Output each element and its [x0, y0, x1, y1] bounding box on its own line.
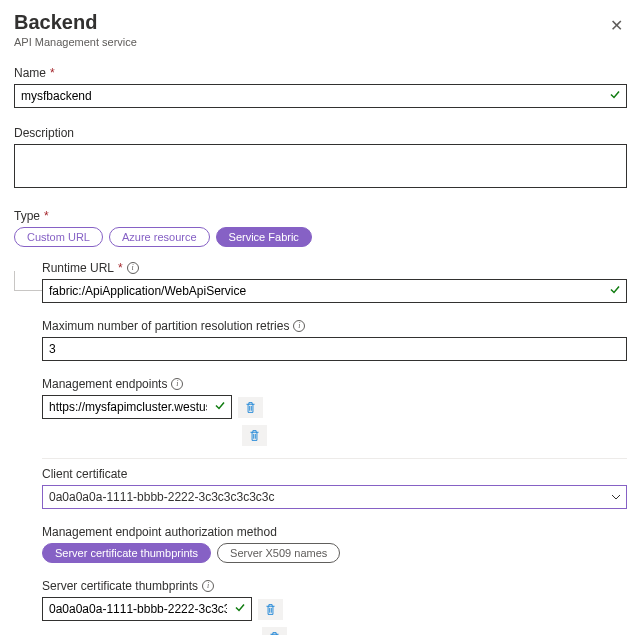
- type-pills: Custom URL Azure resource Service Fabric: [14, 227, 627, 247]
- auth-method-label: Management endpoint authorization method: [42, 525, 627, 539]
- page-title: Backend: [14, 10, 137, 34]
- delete-thumbprint-button[interactable]: [258, 599, 283, 620]
- panel-header: Backend API Management service ✕: [14, 10, 627, 48]
- runtime-url-input[interactable]: [42, 279, 627, 303]
- pill-azure-resource[interactable]: Azure resource: [109, 227, 210, 247]
- close-icon[interactable]: ✕: [606, 14, 627, 37]
- runtime-url-label: Runtime URL* i: [42, 261, 627, 275]
- description-input[interactable]: [14, 144, 627, 188]
- name-input[interactable]: [14, 84, 627, 108]
- delete-icon[interactable]: [262, 627, 287, 635]
- mgmt-endpoints-label: Management endpoints i: [42, 377, 627, 391]
- pill-service-fabric[interactable]: Service Fabric: [216, 227, 312, 247]
- retries-label: Maximum number of partition resolution r…: [42, 319, 627, 333]
- pill-x509[interactable]: Server X509 names: [217, 543, 340, 563]
- pill-thumbprints[interactable]: Server certificate thumbprints: [42, 543, 211, 563]
- client-cert-select[interactable]: 0a0a0a0a-1111-bbbb-2222-3c3c3c3c3c3c: [42, 485, 627, 509]
- client-cert-label: Client certificate: [42, 467, 627, 481]
- delete-endpoint-button[interactable]: [238, 397, 263, 418]
- info-icon[interactable]: i: [202, 580, 214, 592]
- info-icon[interactable]: i: [171, 378, 183, 390]
- delete-icon[interactable]: [242, 425, 267, 446]
- info-icon[interactable]: i: [127, 262, 139, 274]
- mgmt-endpoint-input[interactable]: [42, 395, 232, 419]
- thumbprint-input[interactable]: [42, 597, 252, 621]
- description-label: Description: [14, 126, 627, 140]
- name-label: Name*: [14, 66, 627, 80]
- retries-input[interactable]: [42, 337, 627, 361]
- page-subtitle: API Management service: [14, 36, 137, 48]
- type-label: Type*: [14, 209, 627, 223]
- indent-bracket: [14, 271, 42, 291]
- thumbprints-label: Server certificate thumbprints i: [42, 579, 627, 593]
- info-icon[interactable]: i: [293, 320, 305, 332]
- pill-custom-url[interactable]: Custom URL: [14, 227, 103, 247]
